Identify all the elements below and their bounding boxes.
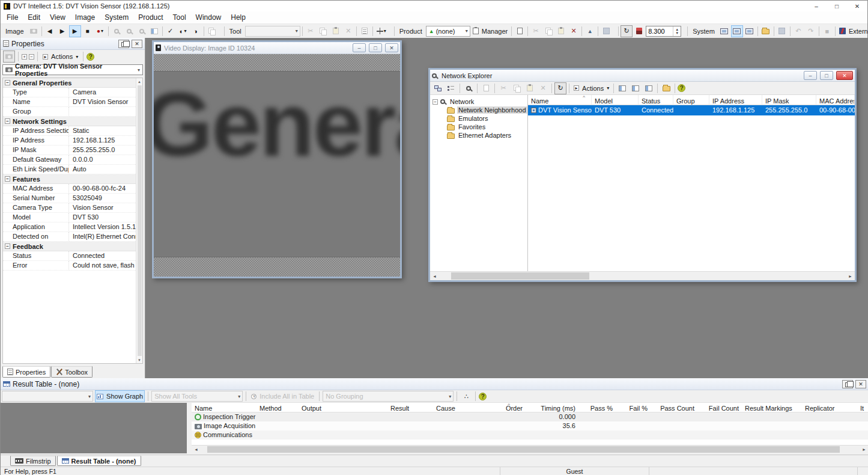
result-row-name[interactable]: Image Acquisition (192, 421, 256, 431)
view-large-button[interactable] (616, 82, 628, 94)
column-header-model[interactable]: Model (592, 95, 639, 105)
network-delete-button[interactable]: ✕ (537, 82, 549, 94)
move-tool-button[interactable]: ▾ (375, 25, 388, 37)
scroll-right-icon[interactable]: ► (846, 274, 855, 278)
grouping-combo[interactable]: No Grouping▾ (323, 391, 454, 402)
menu-window[interactable]: Window (191, 11, 226, 23)
properties-object-combo[interactable]: Camera: DVT Vision Sensor Properties ▾ (2, 64, 143, 75)
menu-image[interactable]: Image (70, 11, 100, 23)
exposure-input[interactable] (646, 26, 673, 36)
live-update-toggle[interactable]: ↻ (621, 25, 633, 37)
copy-image-button[interactable] (206, 25, 218, 37)
tab-filmstrip[interactable]: Filmstrip (10, 456, 56, 466)
product-copy-button[interactable] (542, 25, 554, 37)
undo-button[interactable]: ↶ (792, 25, 804, 37)
properties-panel-header[interactable]: Properties ✕ (1, 38, 145, 50)
tab-result-table[interactable]: Result Table - (none) (57, 456, 141, 466)
last-image-button[interactable]: ▶ (56, 25, 68, 37)
col-iteration[interactable]: It (857, 403, 868, 412)
property-row[interactable]: IP Address192.168.1.125 (3, 136, 136, 146)
view-list-button[interactable] (630, 82, 642, 94)
tree-collapse-icon[interactable]: − (432, 99, 438, 105)
result-splitter[interactable] (187, 403, 192, 453)
column-header-mac-address[interactable]: MAC Address (816, 95, 855, 105)
col-replicator[interactable]: Replicator (802, 403, 857, 412)
network-open-button[interactable] (660, 82, 672, 94)
menu-edit[interactable]: Edit (23, 11, 45, 23)
stop-button[interactable]: ■ (82, 25, 94, 37)
properties-actions-button[interactable]: ▸ Actions ▾ (41, 51, 80, 63)
manager-button[interactable]: Manager (471, 25, 509, 37)
exposure-spinner[interactable]: ▲▼ (646, 26, 681, 37)
minimize-button[interactable]: – (806, 1, 827, 11)
tree-node-network-neighborhood[interactable]: Network Neighborhood (431, 106, 526, 114)
col-timing[interactable]: Timing (ms) (526, 403, 578, 412)
refresh-button[interactable]: ↻ (554, 82, 566, 94)
result-horizontal-scrollbar[interactable]: ◄ ► (192, 445, 868, 453)
scroll-left-icon[interactable]: ◄ (430, 274, 439, 278)
show-graph-button[interactable]: Show Graph (95, 390, 145, 402)
col-fail-pct[interactable]: Fail % (616, 403, 651, 412)
scroll-right-icon[interactable]: ► (860, 447, 868, 452)
property-row[interactable]: IP Address SelectionStatic (3, 126, 136, 136)
system-display-toggle[interactable] (731, 25, 743, 37)
tool-copy-button[interactable] (317, 25, 329, 37)
col-result[interactable]: Result (387, 403, 433, 412)
load-to-sensor-button[interactable]: ▲ (584, 25, 596, 37)
section-feedback[interactable]: −Feedback (3, 242, 136, 251)
property-row[interactable]: Serial Number53025049 (3, 194, 136, 203)
col-cause[interactable]: Cause (433, 403, 491, 412)
column-header-status[interactable]: Status (639, 95, 673, 105)
save-to-flash-button[interactable] (776, 25, 788, 37)
property-row[interactable]: ModelDVT 530 (3, 213, 136, 222)
menu-view[interactable]: View (45, 11, 70, 23)
video-display-titlebar[interactable]: Video Display: Image ID 10324 – □ ✕ (154, 42, 400, 54)
tool-cut-button[interactable]: ✂ (305, 25, 317, 37)
property-row[interactable]: StatusConnected (3, 251, 136, 261)
result-row-timing[interactable]: 0.000 (526, 412, 578, 421)
menu-tool[interactable]: Tool (168, 11, 191, 23)
result-row-name[interactable]: Communications (192, 431, 256, 440)
property-row[interactable]: ApplicationIntellect Version 1.5.1 (Buil (3, 222, 136, 232)
result-float-button[interactable] (842, 380, 853, 388)
property-row[interactable]: MAC Address00-90-68-00-fc-24 (3, 184, 136, 194)
collapse-all-button[interactable]: − (29, 54, 34, 60)
connect-sensor-button[interactable] (432, 82, 444, 94)
color-filter-button[interactable]: ◑ (190, 25, 202, 37)
property-row[interactable]: ErrorCould not save, flash may (3, 261, 136, 271)
zoom-fit-button[interactable] (148, 25, 160, 37)
menu-product[interactable]: Product (133, 11, 168, 23)
product-combo[interactable]: ▲(none)▾ (426, 26, 470, 37)
properties-close-button[interactable]: ✕ (132, 40, 142, 48)
properties-help-icon[interactable]: ? (86, 53, 94, 61)
new-product-button[interactable] (514, 25, 526, 37)
expand-all-button[interactable]: + (22, 54, 27, 60)
network-cut-button[interactable]: ✂ (497, 82, 509, 94)
hierarchy-button[interactable]: ∴ (460, 390, 472, 402)
tree-node-emulators[interactable]: Emulators (431, 114, 526, 123)
property-row[interactable]: Default Gateway0.0.0.0 (3, 155, 136, 165)
tree-node-network[interactable]: − Network (431, 97, 526, 106)
properties-scrollbar[interactable]: ▲ ▼ (136, 78, 142, 363)
properties-float-button[interactable] (118, 40, 129, 48)
network-horizontal-scrollbar[interactable]: ◄ ► (430, 271, 855, 280)
play-button[interactable]: ▶ (69, 25, 81, 37)
stop-inspection-button[interactable]: ■ (821, 25, 833, 37)
section-general-properties[interactable]: −General Properties (3, 78, 136, 88)
col-name[interactable]: Name (192, 403, 256, 412)
tree-node-favorites[interactable]: Favorites (431, 123, 526, 131)
tool-properties-button[interactable] (359, 25, 371, 37)
result-row-timing[interactable]: 35.6 (526, 421, 578, 431)
result-close-button[interactable]: ✕ (855, 380, 866, 388)
scrollbar-thumb[interactable] (138, 85, 142, 356)
result-tool-combo[interactable]: ▾ (2, 391, 93, 402)
collapse-section-icon[interactable]: − (5, 244, 10, 249)
property-row[interactable]: IP Mask255.255.255.0 (3, 146, 136, 155)
scrollbar-thumb[interactable] (451, 272, 589, 280)
zoom-custom-button[interactable] (136, 25, 148, 37)
collapse-section-icon[interactable]: − (5, 118, 10, 124)
device-name-cell[interactable]: DVT Vision Sensor (528, 105, 592, 115)
search-network-button[interactable] (463, 82, 475, 94)
system-monitor-button[interactable] (744, 25, 756, 37)
network-maximize-button[interactable]: □ (820, 71, 833, 80)
